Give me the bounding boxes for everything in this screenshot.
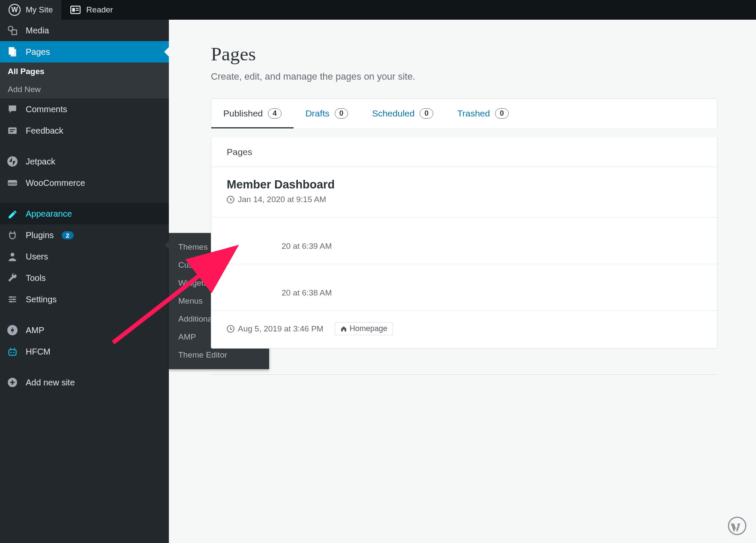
page-row[interactable]: Member Dashboard Jan 14, 2020 at 9:15 AM <box>211 167 717 218</box>
submenu-add-new[interactable]: Add New <box>0 81 169 98</box>
sidebar-item-pages[interactable]: Pages <box>0 41 169 63</box>
tab-trashed-count: 0 <box>495 108 508 119</box>
tab-scheduled[interactable]: Scheduled 0 <box>360 99 445 128</box>
page-row-date-fragment: 20 at 6:39 AM <box>282 242 332 251</box>
comments-label: Comments <box>26 104 67 114</box>
tab-drafts-count: 0 <box>335 108 348 119</box>
feedback-label: Feedback <box>26 126 63 136</box>
topbar-my-site[interactable]: W My Site <box>0 0 61 20</box>
plus-circle-icon <box>7 377 18 388</box>
hfcm-icon <box>7 346 18 357</box>
wordpress-logo-icon: W <box>9 4 21 16</box>
page-row-date-fragment: 20 at 6:38 AM <box>282 288 332 298</box>
users-label: Users <box>26 252 48 262</box>
pages-list: Pages Member Dashboard Jan 14, 2020 at 9… <box>211 137 717 349</box>
homepage-badge: Homepage <box>335 322 393 335</box>
clock-icon <box>227 325 234 333</box>
tab-published-count: 4 <box>268 108 281 119</box>
tab-published-label: Published <box>223 108 263 119</box>
homepage-label: Homepage <box>350 324 387 333</box>
page-subtitle: Create, edit, and manage the pages on yo… <box>211 71 717 82</box>
hfcm-label: HFCM <box>26 347 51 357</box>
sidebar-item-media[interactable]: Media <box>0 20 169 41</box>
tab-published[interactable]: Published 4 <box>211 99 294 128</box>
svg-rect-25 <box>9 350 16 355</box>
tools-icon <box>7 272 18 283</box>
sidebar-item-comments[interactable]: Comments <box>0 98 169 120</box>
page-row-title: Member Dashboard <box>227 178 702 191</box>
page-row-date: Aug 5, 2019 at 3:46 PM <box>238 324 324 334</box>
svg-point-16 <box>11 253 15 257</box>
topbar-reader[interactable]: Reader <box>61 0 121 20</box>
svg-point-11 <box>7 156 18 167</box>
home-icon <box>340 325 347 332</box>
svg-rect-9 <box>10 129 15 130</box>
pages-icon <box>7 46 18 57</box>
users-icon <box>7 251 18 262</box>
woocommerce-label: WooCommerce <box>26 178 85 188</box>
svg-point-27 <box>13 352 15 353</box>
svg-point-21 <box>13 298 15 300</box>
page-title: Pages <box>211 43 717 65</box>
tab-drafts[interactable]: Drafts 0 <box>294 99 360 128</box>
sidebar-item-feedback[interactable]: Feedback <box>0 120 169 141</box>
media-icon <box>7 25 18 36</box>
sidebar-item-users[interactable]: Users <box>0 246 169 267</box>
sidebar-item-appearance[interactable]: Appearance <box>0 203 169 224</box>
comments-icon <box>7 104 18 115</box>
svg-point-26 <box>10 352 12 353</box>
sidebar-item-woocommerce[interactable]: woo WooCommerce <box>0 172 169 194</box>
topbar-reader-label: Reader <box>86 5 113 15</box>
sidebar-item-add-new-site[interactable]: Add new site <box>0 372 169 393</box>
svg-rect-5 <box>12 30 17 35</box>
sidebar-item-settings[interactable]: Settings <box>0 289 169 310</box>
topbar: W My Site Reader <box>0 0 756 20</box>
add-new-site-label: Add new site <box>26 378 75 388</box>
svg-point-22 <box>10 301 12 302</box>
sidebar-item-jetpack[interactable]: Jetpack <box>0 151 169 172</box>
page-row[interactable]: Aug 5, 2019 at 3:46 PM Homepage <box>211 311 717 348</box>
tab-trashed-label: Trashed <box>457 108 490 119</box>
main-content: Pages Create, edit, and manage the pages… <box>169 20 756 543</box>
admin-sidebar: Media Pages All Pages Add New Comments F… <box>0 20 169 543</box>
svg-rect-1 <box>72 8 75 12</box>
sidebar-item-hfcm[interactable]: HFCM <box>0 341 169 362</box>
amp-label: AMP <box>26 325 44 335</box>
jetpack-icon <box>7 156 18 167</box>
page-row-date: Jan 14, 2020 at 9:15 AM <box>238 195 326 204</box>
plugins-icon <box>7 230 18 241</box>
tab-scheduled-count: 0 <box>420 108 433 119</box>
svg-text:woo: woo <box>8 181 17 185</box>
amp-icon <box>7 325 18 336</box>
appearance-icon <box>7 208 18 219</box>
tab-scheduled-label: Scheduled <box>372 108 414 119</box>
tab-drafts-label: Drafts <box>306 108 330 119</box>
reader-icon <box>70 4 81 15</box>
woocommerce-icon: woo <box>7 177 18 188</box>
tools-label: Tools <box>26 273 46 283</box>
appearance-label: Appearance <box>26 209 72 219</box>
page-row[interactable]: 20 at 6:39 AM <box>211 218 717 264</box>
page-tabs: Published 4 Drafts 0 Scheduled 0 Trashed… <box>211 98 717 128</box>
clock-icon <box>227 196 234 203</box>
page-row-meta: Jan 14, 2020 at 9:15 AM <box>227 195 702 204</box>
submenu-all-pages[interactable]: All Pages <box>0 63 169 81</box>
jetpack-label: Jetpack <box>26 157 55 167</box>
sidebar-item-amp[interactable]: AMP <box>0 319 169 341</box>
page-row[interactable]: 20 at 6:38 AM <box>211 264 717 311</box>
plugins-label: Plugins <box>26 230 54 240</box>
settings-label: Settings <box>26 295 57 304</box>
svg-rect-10 <box>10 131 14 132</box>
pages-submenu: All Pages Add New <box>0 63 169 98</box>
media-label: Media <box>26 26 49 36</box>
list-header: Pages <box>211 137 717 167</box>
sidebar-item-tools[interactable]: Tools <box>0 267 169 289</box>
pages-label: Pages <box>26 47 50 57</box>
tab-trashed[interactable]: Trashed 0 <box>445 99 521 128</box>
plugins-count-badge: 2 <box>62 231 74 239</box>
feedback-icon <box>7 125 18 136</box>
topbar-my-site-label: My Site <box>26 5 53 15</box>
settings-icon <box>7 294 18 305</box>
svg-point-20 <box>10 296 12 298</box>
sidebar-item-plugins[interactable]: Plugins 2 <box>0 224 169 246</box>
